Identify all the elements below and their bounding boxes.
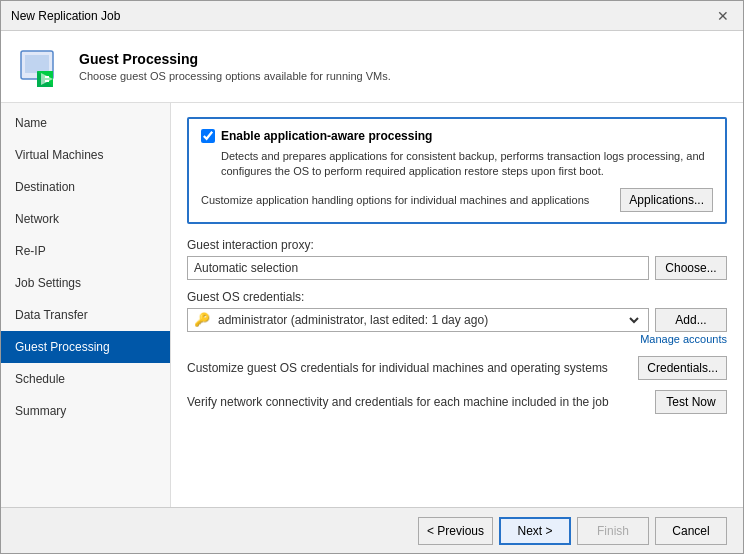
key-icon: 🔑 [194, 312, 210, 327]
add-button[interactable]: Add... [655, 308, 727, 332]
app-aware-desc2: Customize application handling options f… [201, 194, 589, 206]
manage-accounts-link-container: Manage accounts [187, 332, 727, 346]
app-aware-section: Enable application-aware processing Dete… [187, 117, 727, 224]
credentials-label: Guest OS credentials: [187, 290, 727, 304]
sidebar-item-summary[interactable]: Summary [1, 395, 170, 427]
main-window: New Replication Job ✕ Guest Processing C… [0, 0, 744, 554]
header-text-block: Guest Processing Choose guest OS process… [79, 51, 391, 82]
proxy-label: Guest interaction proxy: [187, 238, 727, 252]
previous-button[interactable]: < Previous [418, 517, 493, 545]
applications-button[interactable]: Applications... [620, 188, 713, 212]
content-area: Name Virtual Machines Destination Networ… [1, 103, 743, 507]
next-button[interactable]: Next > [499, 517, 571, 545]
customize-row: Customize guest OS credentials for indiv… [187, 356, 727, 380]
close-button[interactable]: ✕ [713, 6, 733, 26]
app-aware-label[interactable]: Enable application-aware processing [221, 129, 432, 143]
window-title: New Replication Job [11, 9, 120, 23]
manage-accounts-link[interactable]: Manage accounts [640, 333, 727, 345]
credentials-select[interactable]: administrator (administrator, last edite… [214, 309, 642, 331]
finish-button[interactable]: Finish [577, 517, 649, 545]
sidebar-item-guest-processing[interactable]: Guest Processing [1, 331, 170, 363]
customize-text: Customize guest OS credentials for indiv… [187, 361, 630, 375]
footer: < Previous Next > Finish Cancel [1, 507, 743, 553]
sidebar-item-network[interactable]: Network [1, 203, 170, 235]
app-aware-checkbox[interactable] [201, 129, 215, 143]
test-now-button[interactable]: Test Now [655, 390, 727, 414]
proxy-field-group: Guest interaction proxy: Choose... [187, 238, 727, 280]
main-panel: Enable application-aware processing Dete… [171, 103, 743, 507]
applications-row: Customize application handling options f… [201, 188, 713, 212]
sidebar-item-data-transfer[interactable]: Data Transfer [1, 299, 170, 331]
guest-processing-icon [17, 43, 65, 91]
title-bar: New Replication Job ✕ [1, 1, 743, 31]
sidebar-item-name[interactable]: Name [1, 107, 170, 139]
svg-rect-1 [25, 55, 49, 73]
sidebar-item-job-settings[interactable]: Job Settings [1, 267, 170, 299]
verify-row: Verify network connectivity and credenti… [187, 390, 727, 414]
credentials-dropdown[interactable]: 🔑 administrator (administrator, last edi… [187, 308, 649, 332]
header-description: Choose guest OS processing options avail… [79, 70, 391, 82]
sidebar-item-destination[interactable]: Destination [1, 171, 170, 203]
proxy-input[interactable] [187, 256, 649, 280]
cancel-button[interactable]: Cancel [655, 517, 727, 545]
app-aware-desc1: Detects and prepares applications for co… [221, 149, 713, 180]
credentials-button[interactable]: Credentials... [638, 356, 727, 380]
header-title: Guest Processing [79, 51, 391, 67]
credentials-field-group: Guest OS credentials: 🔑 administrator (a… [187, 290, 727, 346]
choose-button[interactable]: Choose... [655, 256, 727, 280]
sidebar-item-schedule[interactable]: Schedule [1, 363, 170, 395]
verify-text: Verify network connectivity and credenti… [187, 395, 647, 409]
sidebar-item-virtual-machines[interactable]: Virtual Machines [1, 139, 170, 171]
proxy-field-row: Choose... [187, 256, 727, 280]
sidebar: Name Virtual Machines Destination Networ… [1, 103, 171, 507]
app-aware-checkbox-row: Enable application-aware processing [201, 129, 713, 143]
credentials-field-row: 🔑 administrator (administrator, last edi… [187, 308, 727, 332]
sidebar-item-re-ip[interactable]: Re-IP [1, 235, 170, 267]
header-section: Guest Processing Choose guest OS process… [1, 31, 743, 103]
